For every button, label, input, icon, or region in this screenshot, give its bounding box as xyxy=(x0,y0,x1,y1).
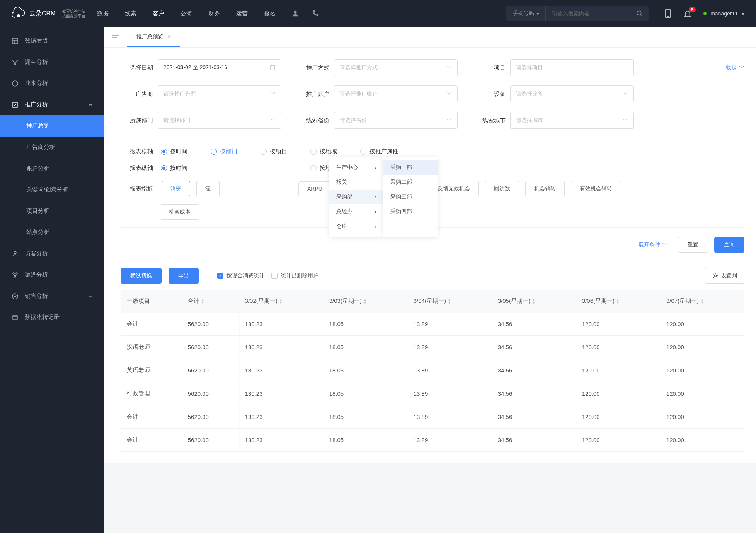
province-select[interactable]: 请选择省份﹀ xyxy=(334,112,458,129)
collapse-link[interactable]: 收起﹀ xyxy=(726,64,744,71)
query-button[interactable]: 查询 xyxy=(714,237,744,253)
tag-valid-convert[interactable]: 有效机会销转 xyxy=(571,181,621,196)
nav-item-finance[interactable]: 财务 xyxy=(208,10,220,17)
tag-revisit[interactable]: 回访数 xyxy=(485,181,519,196)
svg-point-11 xyxy=(13,273,14,274)
setting-columns-button[interactable]: 设置列 xyxy=(705,268,744,284)
table-cell: 18.05 xyxy=(323,336,407,359)
phone-icon[interactable] xyxy=(311,9,320,18)
th-306[interactable]: 3/06(星期一)▴▾ xyxy=(576,290,660,313)
checkbox-deleted[interactable]: 统计已删除用户 xyxy=(271,272,318,279)
cascade-item-production[interactable]: 生产中心› xyxy=(329,160,383,175)
radio-h-region[interactable]: 按地域 xyxy=(310,148,337,155)
sidebar-item-account[interactable]: 账户分析 xyxy=(0,158,104,179)
table-cell: 34.56 xyxy=(492,382,576,405)
city-label: 线索城市 xyxy=(473,117,506,124)
layout-icon xyxy=(12,38,19,44)
nav-item-data[interactable]: 数据 xyxy=(97,10,109,17)
tag-opp-convert[interactable]: 机会销转 xyxy=(525,181,565,196)
device-select[interactable]: 请选择设备﹀ xyxy=(510,85,634,102)
cascade-item-proc-4[interactable]: 采购四部 xyxy=(383,204,438,219)
th-307[interactable]: 3/07(星期一)▴▾ xyxy=(660,290,744,313)
export-button[interactable]: 导出 xyxy=(169,268,199,284)
sidebar-item-advertiser[interactable]: 广告商分析 xyxy=(0,137,104,158)
sidebar-label: 关键词/创意分析 xyxy=(26,186,68,193)
badge: 5 xyxy=(689,7,696,12)
sidebar-label: 推广分析 xyxy=(25,101,48,108)
th-total[interactable]: 合计▴▾ xyxy=(182,290,239,313)
nav-item-customer[interactable]: 客户 xyxy=(153,10,164,17)
toggle-hv-button[interactable]: 横纵切换 xyxy=(121,268,162,284)
date-range-input[interactable]: 2021-03-02 至 2021-03-16 xyxy=(158,59,281,76)
tag-opp-cost[interactable]: 机会成本 xyxy=(160,204,199,220)
promo-way-select[interactable]: 请选择推广方式﹀ xyxy=(334,59,458,76)
sidebar-item-visitor[interactable]: 访客分析 xyxy=(0,243,104,264)
chevron-down-icon: ﹀ xyxy=(270,91,276,97)
tag-arpu[interactable]: ARPU xyxy=(298,181,331,196)
placeholder: 请选择项目 xyxy=(516,64,543,71)
checkbox-cash[interactable]: ✓按现金消费统计 xyxy=(217,272,264,279)
sidebar-collapse-icon[interactable] xyxy=(104,28,127,46)
th-item[interactable]: 一级项目 xyxy=(121,290,182,313)
cascade-text: 采购一部 xyxy=(390,164,412,171)
radio-h-time[interactable]: 按时间 xyxy=(161,148,187,155)
radio-row-h: 报表横轴 按时间 按部门 按项目 按地域 按推广属性 生产中心› 报关 采购部›… xyxy=(121,148,744,155)
chevron-right-icon: › xyxy=(375,194,376,200)
user-icon[interactable] xyxy=(291,9,300,18)
search-input[interactable] xyxy=(546,10,631,17)
advertiser-select[interactable]: 请选择广告商﹀ xyxy=(158,85,281,102)
nav-item-ops[interactable]: 运营 xyxy=(236,10,248,17)
cascade-item-customs[interactable]: 报关 xyxy=(329,175,383,190)
cascade-item-proc-2[interactable]: 采购二部 xyxy=(383,175,438,190)
promo-acct-select[interactable]: 请选择推广账户﹀ xyxy=(334,85,458,102)
search-type-select[interactable]: 手机号码 ▾ xyxy=(506,6,546,21)
th-304[interactable]: 3/04(星期一)▴▾ xyxy=(407,290,492,313)
radio-v-time[interactable]: 按时间 xyxy=(161,164,187,172)
sidebar-item-project[interactable]: 项目分析 xyxy=(0,200,104,222)
nav-item-public[interactable]: 公海 xyxy=(180,10,192,17)
tag-spend[interactable]: 消费 xyxy=(162,181,190,196)
cascade-item-proc-1[interactable]: 采购一部 xyxy=(383,160,438,175)
th-302[interactable]: 3/02(星期一)▴▾ xyxy=(239,290,323,313)
radio-icon xyxy=(161,149,167,155)
radio-h-promo-attr[interactable]: 按推广属性 xyxy=(360,148,398,155)
close-icon[interactable]: ✕ xyxy=(167,34,171,39)
table-cell: 13.89 xyxy=(407,336,492,359)
th-303[interactable]: 3/03(星期一)▴▾ xyxy=(323,290,407,313)
cascade-item-proc-3[interactable]: 采购三部 xyxy=(383,190,438,204)
sidebar-item-dashboard[interactable]: 数据看版 xyxy=(0,30,104,51)
cascade-item-procurement[interactable]: 采购部› xyxy=(329,190,383,204)
sidebar-item-channel[interactable]: 渠道分析 xyxy=(0,264,104,285)
sidebar-item-promotion[interactable]: 推广分析 xyxy=(0,94,104,115)
cascade-text: 仓库 xyxy=(336,223,347,230)
sidebar-item-keyword[interactable]: 关键词/创意分析 xyxy=(0,179,104,200)
reset-button[interactable]: 重置 xyxy=(678,237,708,253)
sidebar-item-flow[interactable]: 数据流转记录 xyxy=(0,307,104,328)
sidebar-item-funnel[interactable]: 漏斗分析 xyxy=(0,51,104,73)
search-icon[interactable] xyxy=(631,10,649,17)
nav-item-enroll[interactable]: 报名 xyxy=(264,10,276,17)
radio-h-project[interactable]: 按项目 xyxy=(261,148,287,155)
sidebar-item-sales[interactable]: 销售分析 xyxy=(0,285,104,307)
expand-conditions-link[interactable]: 展开条件﹀ xyxy=(639,241,668,248)
sidebar-item-site[interactable]: 站点分析 xyxy=(0,222,104,243)
nav-item-leads[interactable]: 线索 xyxy=(125,10,136,17)
radio-h-dept[interactable]: 按部门 xyxy=(211,148,237,155)
tab-promo-overview[interactable]: 推广总预览 ✕ xyxy=(127,27,180,47)
sidebar-item-cost[interactable]: 成本分析 xyxy=(0,73,104,94)
project-select[interactable]: 请选择项目﹀ xyxy=(510,59,634,76)
logo-sub1: 教育机构一站 xyxy=(62,9,85,14)
device-icon[interactable] xyxy=(664,9,672,18)
checkbox-label: 统计已删除用户 xyxy=(281,272,318,279)
cascade-item-gm-office[interactable]: 总经办› xyxy=(329,204,383,219)
tag-flow[interactable]: 流 xyxy=(196,181,220,196)
nav-items: 数据 线索 客户 公海 财务 运营 报名 xyxy=(97,10,276,17)
department-select[interactable]: 请选择部门﹀ xyxy=(158,112,281,129)
bell-icon[interactable]: 5 xyxy=(683,9,692,18)
table-cell: 5620.00 xyxy=(182,405,239,429)
user-menu[interactable]: manager11 ▾ xyxy=(703,10,744,17)
city-select[interactable]: 请选择城市﹀ xyxy=(510,112,634,129)
th-305[interactable]: 3/05(星期一)▴▾ xyxy=(492,290,576,313)
cascade-item-warehouse[interactable]: 仓库› xyxy=(329,219,383,234)
sidebar-item-promo-overview[interactable]: 推广总览 xyxy=(0,115,104,137)
